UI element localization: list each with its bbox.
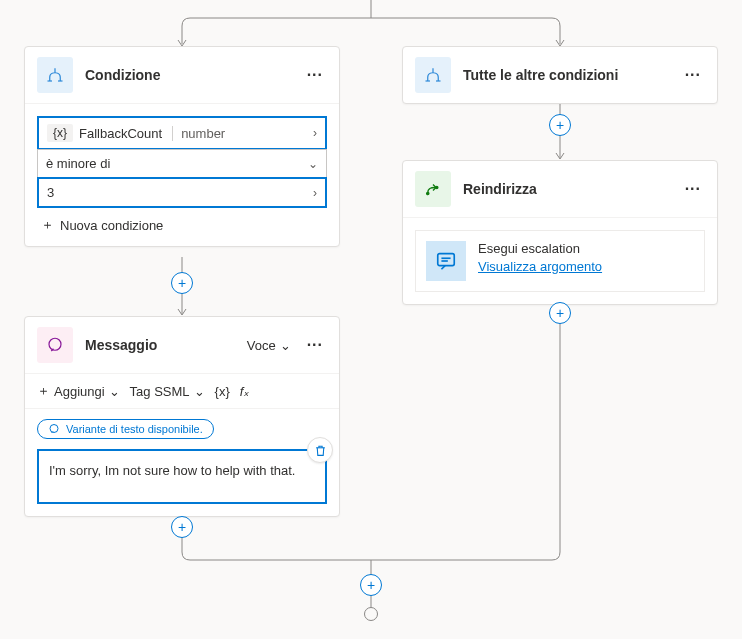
message-icon	[37, 327, 73, 363]
condition-title: Condizione	[85, 67, 291, 83]
condition-more-button[interactable]: ···	[303, 62, 327, 88]
add-node-after-other[interactable]: +	[549, 114, 571, 136]
voice-label: Voce	[247, 338, 276, 353]
redirect-title: Reindirizza	[463, 181, 669, 197]
add-condition-label: Nuova condizione	[60, 218, 163, 233]
redirect-card: Reindirizza ··· Esegui escalation Visual…	[402, 160, 718, 305]
redirect-item-name: Esegui escalation	[478, 241, 602, 256]
chat-icon	[48, 423, 60, 435]
branch-icon	[37, 57, 73, 93]
message-voice-dropdown[interactable]: Voce ⌄	[247, 338, 291, 353]
condition-body: {x} FallbackCount number › è minore di ⌄…	[25, 104, 339, 246]
svg-point-0	[49, 338, 61, 350]
end-node	[364, 607, 378, 621]
redirect-header: Reindirizza ···	[403, 161, 717, 218]
trash-icon	[314, 444, 327, 457]
other-conditions-header: Tutte le altre condizioni ···	[403, 47, 717, 103]
chevron-down-icon: ⌄	[194, 384, 205, 399]
condition-value-row[interactable]: 3 ›	[37, 177, 327, 208]
text-variant-chip[interactable]: Variante di testo disponibile.	[37, 419, 214, 439]
other-conditions-more-button[interactable]: ···	[681, 62, 705, 88]
message-header: Messaggio Voce ⌄ ···	[25, 317, 339, 374]
toolbar-add-label: Aggiungi	[54, 384, 105, 399]
toolbar-ssml-button[interactable]: Tag SSML ⌄	[130, 384, 205, 399]
other-conditions-title: Tutte le altre condizioni	[463, 67, 669, 83]
variable-token-icon: {x}	[215, 384, 230, 399]
add-node-after-redirect[interactable]: +	[549, 302, 571, 324]
message-text-input[interactable]: I'm sorry, Im not sure how to help with …	[37, 449, 327, 504]
chevron-down-icon: ⌄	[308, 157, 318, 171]
add-node-at-merge[interactable]: +	[360, 574, 382, 596]
add-node-after-message[interactable]: +	[171, 516, 193, 538]
branch-icon	[415, 57, 451, 93]
add-condition-button[interactable]: ＋ Nuova condizione	[37, 208, 327, 234]
condition-header: Condizione ···	[25, 47, 339, 104]
svg-point-2	[427, 192, 429, 194]
condition-operator: è minore di	[46, 156, 110, 171]
chat-bubble-icon	[426, 241, 466, 281]
plus-icon: ＋	[37, 382, 50, 400]
message-title: Messaggio	[85, 337, 235, 353]
toolbar-ssml-label: Tag SSML	[130, 384, 190, 399]
message-card: Messaggio Voce ⌄ ··· ＋ Aggiungi ⌄ Tag SS…	[24, 316, 340, 517]
svg-point-1	[50, 425, 58, 433]
redirect-body: Esegui escalation Visualizza argomento	[403, 218, 717, 304]
redirect-item: Esegui escalation Visualizza argomento	[415, 230, 705, 292]
redirect-more-button[interactable]: ···	[681, 176, 705, 202]
svg-rect-4	[438, 254, 455, 266]
toolbar-add-button[interactable]: ＋ Aggiungi ⌄	[37, 382, 120, 400]
text-variant-label: Variante di testo disponibile.	[66, 423, 203, 435]
message-text-container: I'm sorry, Im not sure how to help with …	[37, 449, 327, 504]
svg-point-3	[436, 186, 438, 188]
toolbar-variable-button[interactable]: {x}	[215, 384, 230, 399]
other-conditions-card: Tutte le altre condizioni ···	[402, 46, 718, 104]
fx-icon: fₓ	[240, 384, 250, 399]
variable-token-icon: {x}	[47, 124, 73, 142]
message-toolbar: ＋ Aggiungi ⌄ Tag SSML ⌄ {x} fₓ	[25, 374, 339, 409]
chevron-right-icon: ›	[313, 186, 317, 200]
chevron-down-icon: ⌄	[280, 338, 291, 353]
delete-message-button[interactable]	[307, 437, 333, 463]
toolbar-fx-button[interactable]: fₓ	[240, 384, 250, 399]
redirect-item-link[interactable]: Visualizza argomento	[478, 259, 602, 274]
condition-variable-row[interactable]: {x} FallbackCount number ›	[37, 116, 327, 150]
chevron-down-icon: ⌄	[109, 384, 120, 399]
condition-operator-row[interactable]: è minore di ⌄	[37, 149, 327, 178]
redirect-icon	[415, 171, 451, 207]
condition-value: 3	[47, 185, 54, 200]
condition-variable-name: FallbackCount	[79, 126, 162, 141]
chevron-right-icon: ›	[313, 126, 317, 140]
message-more-button[interactable]: ···	[303, 332, 327, 358]
condition-card: Condizione ··· {x} FallbackCount number …	[24, 46, 340, 247]
plus-icon: ＋	[41, 216, 54, 234]
add-node-after-condition[interactable]: +	[171, 272, 193, 294]
condition-variable-type: number	[172, 126, 225, 141]
